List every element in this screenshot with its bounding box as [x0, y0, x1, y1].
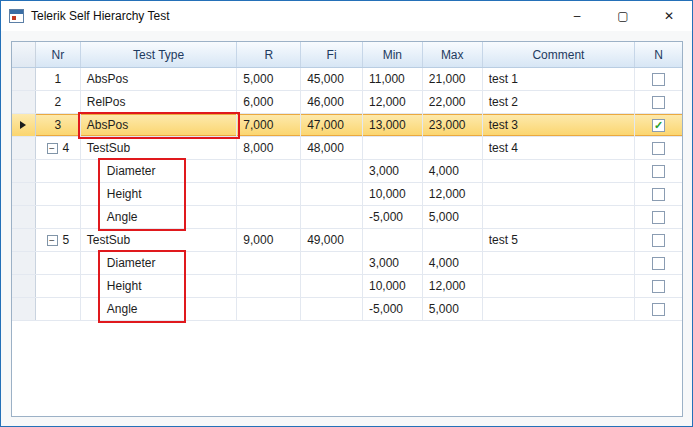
hierarchy-grid: Nr Test Type R Fi Min Max Comment N 1 Ab… — [11, 41, 683, 417]
table-row[interactable]: 2 RelPos 6,000 46,000 12,000 22,000 test… — [12, 91, 682, 114]
app-window: Telerik Self Hierarchy Test – ▢ ✕ Nr Tes… — [0, 0, 693, 427]
collapse-icon[interactable]: − — [47, 235, 58, 246]
collapse-icon[interactable]: − — [47, 143, 58, 154]
cell-max — [423, 229, 483, 251]
cell-checkbox: ✓ — [635, 298, 682, 320]
cell-test-type: AbsPos — [81, 114, 238, 136]
cell-fi: 49,000 — [301, 229, 363, 251]
header-nr[interactable]: Nr — [36, 42, 81, 67]
cell-max: 5,000 — [423, 298, 483, 320]
header-max[interactable]: Max — [423, 42, 483, 67]
close-button[interactable]: ✕ — [646, 1, 692, 31]
table-row-group[interactable]: −5 TestSub 9,000 49,000 test 5 ✓ — [12, 229, 682, 252]
table-row-child[interactable]: Angle -5,000 5,000 ✓ — [12, 298, 682, 321]
cell-min — [363, 229, 423, 251]
table-row-child[interactable]: Diameter 3,000 4,000 ✓ — [12, 252, 682, 275]
table-row-child[interactable]: Height 10,000 12,000 ✓ — [12, 183, 682, 206]
nr-value: 4 — [63, 141, 70, 155]
cell-r — [237, 298, 301, 320]
checkbox[interactable]: ✓ — [652, 257, 665, 270]
cell-min: 12,000 — [363, 91, 423, 113]
table-row-child[interactable]: Height 10,000 12,000 ✓ — [12, 275, 682, 298]
title-bar: Telerik Self Hierarchy Test – ▢ ✕ — [1, 1, 692, 31]
header-n[interactable]: N — [635, 42, 682, 67]
cell-checkbox: ✓ — [635, 68, 682, 90]
row-indicator — [12, 114, 36, 136]
table-row-child[interactable]: Diameter 3,000 4,000 ✓ — [12, 160, 682, 183]
cell-max: 12,000 — [423, 183, 483, 205]
row-indicator — [12, 298, 36, 320]
cell-test-type: Angle — [81, 206, 238, 228]
cell-fi: 48,000 — [301, 137, 363, 159]
cell-comment: test 2 — [483, 91, 636, 113]
checkbox[interactable]: ✓ — [652, 303, 665, 316]
cell-min: 11,000 — [363, 68, 423, 90]
cell-r — [237, 160, 301, 182]
header-comment[interactable]: Comment — [483, 42, 636, 67]
table-row-selected[interactable]: 3 AbsPos 7,000 47,000 13,000 23,000 test… — [12, 114, 682, 137]
cell-min: 3,000 — [363, 252, 423, 274]
cell-r: 7,000 — [237, 114, 301, 136]
cell-r — [237, 183, 301, 205]
cell-nr: 2 — [36, 91, 81, 113]
table-row-child[interactable]: Angle -5,000 5,000 ✓ — [12, 206, 682, 229]
window-controls: – ▢ ✕ — [554, 1, 692, 31]
cell-test-type: Diameter — [81, 160, 238, 182]
grid-header-row: Nr Test Type R Fi Min Max Comment N — [12, 42, 682, 68]
cell-fi: 47,000 — [301, 114, 363, 136]
cell-r: 5,000 — [237, 68, 301, 90]
checkbox[interactable]: ✓ — [652, 119, 665, 132]
header-test-type[interactable]: Test Type — [81, 42, 238, 67]
cell-max: 4,000 — [423, 160, 483, 182]
row-indicator — [12, 275, 36, 297]
header-min[interactable]: Min — [363, 42, 423, 67]
cell-test-type: RelPos — [81, 91, 238, 113]
checkbox[interactable]: ✓ — [652, 142, 665, 155]
row-indicator — [12, 229, 36, 251]
cell-test-type: Angle — [81, 298, 238, 320]
cell-max — [423, 137, 483, 159]
cell-fi: 45,000 — [301, 68, 363, 90]
checkbox[interactable]: ✓ — [652, 211, 665, 224]
cell-test-type: TestSub — [81, 229, 238, 251]
cell-comment: test 3 — [483, 114, 636, 136]
row-indicator — [12, 68, 36, 90]
cell-fi: 46,000 — [301, 91, 363, 113]
cell-comment: test 1 — [483, 68, 636, 90]
cell-fi — [301, 298, 363, 320]
header-fi[interactable]: Fi — [301, 42, 363, 67]
cell-nr — [36, 298, 81, 320]
minimize-button[interactable]: – — [554, 1, 600, 31]
current-row-arrow-icon — [20, 121, 26, 129]
table-row[interactable]: 1 AbsPos 5,000 45,000 11,000 21,000 test… — [12, 68, 682, 91]
cell-r — [237, 252, 301, 274]
maximize-button[interactable]: ▢ — [600, 1, 646, 31]
cell-nr — [36, 183, 81, 205]
header-r[interactable]: R — [237, 42, 301, 67]
app-icon — [9, 9, 24, 23]
cell-max: 4,000 — [423, 252, 483, 274]
cell-nr — [36, 252, 81, 274]
cell-checkbox: ✓ — [635, 114, 682, 136]
cell-fi — [301, 183, 363, 205]
checkbox[interactable]: ✓ — [652, 234, 665, 247]
cell-min: 10,000 — [363, 183, 423, 205]
checkbox[interactable]: ✓ — [652, 96, 665, 109]
cell-min: 3,000 — [363, 160, 423, 182]
cell-r — [237, 206, 301, 228]
row-indicator — [12, 160, 36, 182]
cell-checkbox: ✓ — [635, 252, 682, 274]
cell-checkbox: ✓ — [635, 183, 682, 205]
cell-max: 22,000 — [423, 91, 483, 113]
cell-nr — [36, 160, 81, 182]
cell-nr — [36, 206, 81, 228]
cell-comment: test 5 — [483, 229, 636, 251]
checkbox[interactable]: ✓ — [652, 165, 665, 178]
cell-nr: 3 — [36, 114, 81, 136]
cell-comment — [483, 183, 635, 205]
checkbox[interactable]: ✓ — [652, 73, 665, 86]
table-row-group[interactable]: −4 TestSub 8,000 48,000 test 4 ✓ — [12, 137, 682, 160]
checkbox[interactable]: ✓ — [652, 280, 665, 293]
cell-nr: 1 — [36, 68, 81, 90]
checkbox[interactable]: ✓ — [652, 188, 665, 201]
